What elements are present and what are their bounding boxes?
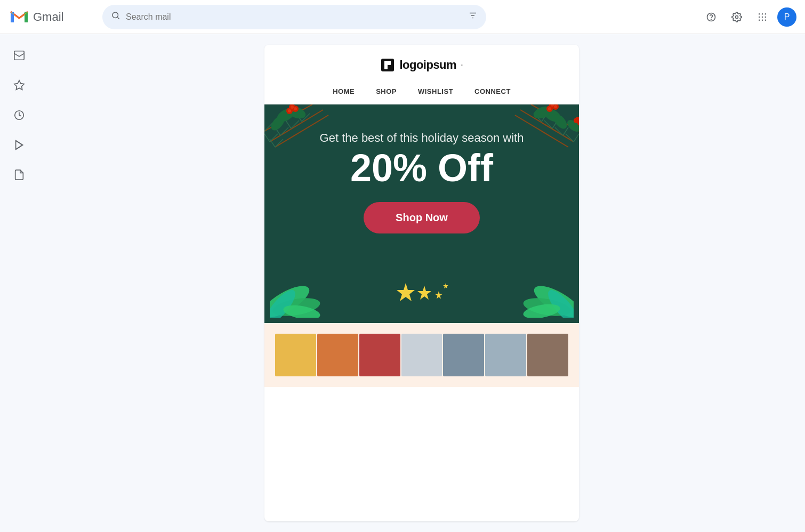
svg-point-64	[532, 104, 554, 121]
svg-point-15	[762, 16, 763, 18]
svg-point-13	[765, 13, 767, 14]
svg-point-66	[546, 106, 553, 112]
svg-point-48	[289, 104, 295, 110]
svg-rect-27	[388, 61, 391, 65]
svg-line-35	[291, 120, 299, 128]
svg-rect-26	[384, 61, 388, 69]
brand-dot: ·	[461, 60, 463, 70]
svg-point-69	[548, 107, 551, 110]
svg-point-18	[762, 19, 763, 21]
help-button[interactable]	[701, 6, 722, 28]
product-block-1	[275, 334, 316, 376]
brand-logo-icon	[380, 58, 395, 72]
svg-point-51	[291, 106, 294, 109]
svg-point-82	[544, 286, 574, 318]
svg-point-43	[275, 106, 296, 124]
sidebar-star-icon[interactable]	[6, 72, 32, 98]
svg-point-67	[552, 104, 559, 110]
svg-point-75	[575, 117, 579, 122]
hero-subtitle: Get the best of this holiday season with	[286, 131, 558, 145]
svg-point-72	[565, 118, 579, 134]
product-strip	[275, 334, 568, 376]
svg-line-29	[264, 104, 312, 131]
svg-point-71	[551, 104, 554, 107]
svg-line-41	[275, 139, 283, 147]
nav-wishlist[interactable]: WISHLIST	[418, 87, 453, 95]
svg-point-74	[577, 120, 579, 126]
leaves-bottom-right-decoration	[510, 264, 574, 318]
email-area: logoipsum· HOME SHOP WISHLIST CONNECT	[198, 34, 645, 532]
svg-point-79	[282, 303, 321, 318]
svg-point-49	[288, 109, 291, 112]
svg-line-4	[117, 17, 119, 19]
product-section	[264, 323, 579, 387]
product-block-4	[401, 334, 442, 376]
svg-point-80	[530, 280, 574, 318]
svg-point-9	[711, 19, 712, 19]
svg-point-65	[551, 112, 569, 131]
product-block-7	[527, 334, 568, 376]
leaves-bottom-left-decoration	[270, 264, 339, 318]
svg-point-50	[294, 107, 297, 110]
svg-line-39	[264, 123, 272, 131]
svg-point-47	[292, 106, 299, 112]
svg-line-31	[270, 134, 278, 142]
top-bar: Gmail	[0, 0, 805, 34]
left-sidebar	[0, 34, 38, 532]
svg-line-37	[302, 114, 310, 122]
svg-point-46	[286, 108, 293, 114]
sidebar-send-icon[interactable]	[6, 132, 32, 158]
email-wrapper: logoipsum· HOME SHOP WISHLIST CONNECT	[264, 45, 579, 521]
shop-now-button[interactable]: Shop Now	[364, 202, 480, 233]
svg-line-59	[544, 120, 552, 128]
svg-line-32	[264, 134, 270, 142]
svg-point-3	[112, 12, 118, 18]
svg-line-38	[296, 114, 302, 122]
svg-line-34	[275, 127, 280, 135]
main-layout: logoipsum· HOME SHOP WISHLIST CONNECT	[0, 34, 805, 532]
apps-button[interactable]	[752, 6, 773, 28]
product-block-2	[317, 334, 358, 376]
svg-line-56	[574, 134, 579, 142]
nav-connect[interactable]: CONNECT	[474, 87, 511, 95]
search-input[interactable]	[126, 12, 463, 22]
gmail-m-icon	[9, 6, 30, 28]
email-logo-area: logoipsum·	[264, 58, 579, 72]
nav-shop[interactable]: SHOP	[376, 87, 397, 95]
sidebar-inbox-icon[interactable]	[6, 43, 32, 68]
product-block-3	[359, 334, 400, 376]
svg-point-73	[574, 118, 579, 123]
settings-button[interactable]	[726, 6, 747, 28]
svg-point-11	[759, 13, 760, 14]
svg-point-14	[759, 16, 760, 18]
svg-rect-20	[14, 51, 24, 60]
product-block-5	[443, 334, 484, 376]
nav-home[interactable]: HOME	[333, 87, 355, 95]
svg-line-60	[552, 120, 558, 128]
product-block-6	[485, 334, 526, 376]
svg-point-77	[271, 295, 321, 318]
stars-decoration	[390, 280, 454, 312]
search-bar[interactable]	[102, 5, 486, 29]
brand-name: logoipsum	[399, 58, 456, 72]
svg-point-83	[522, 302, 561, 318]
filter-icon[interactable]	[468, 11, 478, 23]
svg-point-44	[286, 104, 308, 121]
gmail-logo: Gmail	[9, 6, 94, 28]
svg-point-45	[269, 114, 287, 133]
svg-point-16	[765, 16, 767, 18]
svg-point-17	[759, 19, 760, 21]
sidebar-recent-icon[interactable]	[6, 102, 32, 128]
content-right-panel	[645, 34, 805, 532]
svg-line-62	[542, 114, 547, 122]
sidebar-draft-icon[interactable]	[6, 162, 32, 188]
svg-line-58	[563, 127, 568, 135]
svg-marker-87	[443, 283, 448, 288]
svg-point-76	[270, 280, 313, 318]
svg-point-63	[541, 106, 563, 124]
avatar[interactable]: P	[777, 7, 796, 27]
search-icon	[111, 11, 120, 23]
svg-point-81	[522, 295, 572, 318]
svg-line-61	[534, 114, 542, 122]
svg-point-19	[765, 19, 767, 21]
